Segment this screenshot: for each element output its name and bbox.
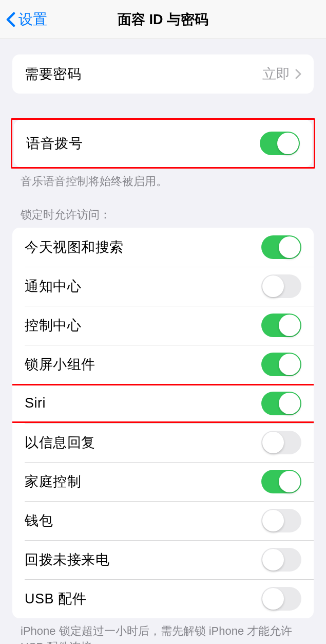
- voice-dial-label: 语音拨号: [26, 134, 83, 153]
- locked-access-toggle[interactable]: [261, 470, 301, 493]
- locked-access-label: 家庭控制: [25, 472, 81, 491]
- locked-access-label: 控制中心: [25, 316, 81, 335]
- locked-access-cell: Siri: [12, 384, 314, 423]
- locked-access-header: 锁定时允许访问：: [0, 207, 326, 228]
- voice-dial-toggle[interactable]: [260, 132, 300, 155]
- locked-access-group: 今天视图和搜索通知中心控制中心锁屏小组件Siri以信息回复家庭控制钱包回拨未接来…: [12, 228, 314, 618]
- locked-access-label: 锁屏小组件: [25, 355, 95, 374]
- voice-dial-cell: 语音拨号: [14, 120, 312, 167]
- locked-access-cell: 以信息回复: [12, 423, 314, 462]
- locked-access-cell: 回拨未接来电: [12, 540, 314, 579]
- back-button[interactable]: 设置: [0, 10, 47, 29]
- locked-access-label: Siri: [25, 395, 46, 411]
- locked-access-toggle[interactable]: [261, 353, 301, 376]
- locked-access-toggle[interactable]: [261, 587, 301, 611]
- locked-access-toggle[interactable]: [261, 235, 301, 259]
- page-title: 面容 ID 与密码: [118, 10, 208, 29]
- locked-access-toggle[interactable]: [261, 509, 301, 532]
- locked-access-cell: 今天视图和搜索: [12, 228, 314, 267]
- voice-dial-group: 语音拨号: [14, 120, 312, 167]
- locked-access-label: 钱包: [25, 511, 53, 530]
- locked-access-toggle[interactable]: [261, 274, 301, 298]
- locked-access-toggle[interactable]: [261, 548, 301, 572]
- locked-access-label: 今天视图和搜索: [25, 238, 124, 256]
- locked-access-cell: 家庭控制: [12, 462, 314, 501]
- require-passcode-cell[interactable]: 需要密码 立即: [12, 54, 314, 94]
- back-label: 设置: [18, 10, 47, 29]
- locked-access-label: 通知中心: [25, 277, 81, 296]
- voice-dial-highlight: 语音拨号: [11, 118, 315, 169]
- locked-access-label: 回拨未接来电: [25, 550, 109, 569]
- locked-access-cell: 钱包: [12, 501, 314, 540]
- locked-access-cell: USB 配件: [12, 579, 314, 618]
- locked-access-label: USB 配件: [25, 590, 86, 608]
- nav-bar: 设置 面容 ID 与密码: [0, 0, 326, 39]
- locked-access-toggle[interactable]: [261, 314, 301, 337]
- voice-dial-footer: 音乐语音控制将始终被启用。: [0, 169, 326, 190]
- locked-access-toggle[interactable]: [261, 431, 301, 454]
- locked-access-cell: 通知中心: [12, 267, 314, 306]
- require-passcode-label: 需要密码: [25, 65, 81, 83]
- require-passcode-group: 需要密码 立即: [12, 54, 314, 94]
- chevron-right-icon: [295, 69, 301, 79]
- locked-access-label: 以信息回复: [25, 433, 95, 452]
- locked-access-cell: 控制中心: [12, 306, 314, 345]
- require-passcode-value: 立即: [262, 65, 290, 83]
- locked-access-footer: iPhone 锁定超过一小时后，需先解锁 iPhone 才能允许 USB 配件连…: [0, 618, 326, 644]
- locked-access-toggle[interactable]: [261, 392, 301, 415]
- chevron-left-icon: [6, 12, 15, 27]
- locked-access-cell: 锁屏小组件: [12, 345, 314, 384]
